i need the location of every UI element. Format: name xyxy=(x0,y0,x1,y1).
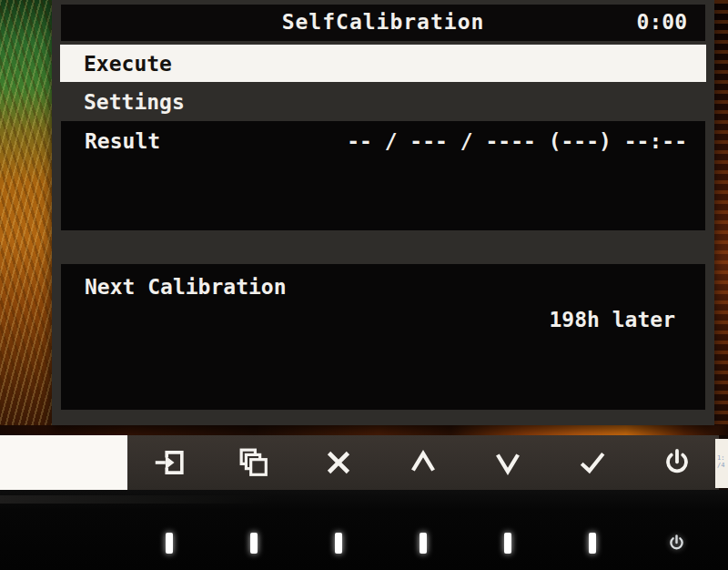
button-led-marker xyxy=(335,533,342,554)
guide-confirm-button[interactable] xyxy=(550,435,634,490)
guide-bar-blank-segment xyxy=(0,435,127,490)
guide-power-button[interactable] xyxy=(634,435,719,490)
page-title: SelfCalibration xyxy=(61,10,705,34)
touch-button-2[interactable] xyxy=(212,490,297,570)
result-label: Result xyxy=(85,129,160,153)
monitor-photo: SelfCalibration 0:00 Execute Settings Re… xyxy=(0,0,728,570)
down-icon xyxy=(492,447,523,478)
wallpaper-right xyxy=(714,0,728,435)
guide-down-button[interactable] xyxy=(465,435,550,490)
button-led-marker xyxy=(504,533,511,554)
osd-title-bar: SelfCalibration 0:00 xyxy=(61,5,705,41)
guide-enter-button[interactable] xyxy=(127,435,212,490)
next-calibration-label: Next Calibration xyxy=(61,264,705,299)
touch-button-row xyxy=(127,490,719,570)
touch-button-4[interactable] xyxy=(381,490,466,570)
touch-button-3[interactable] xyxy=(297,490,381,570)
menu-item-settings[interactable]: Settings xyxy=(60,85,706,119)
side-sticker: 1: /4 xyxy=(715,439,728,488)
touch-button-5[interactable] xyxy=(465,490,550,570)
menu-item-result[interactable]: Result -- / --- / ---- (---) --:-- xyxy=(61,121,705,153)
sticker-line: 1: xyxy=(717,454,728,462)
guide-close-button[interactable] xyxy=(297,435,381,490)
sticker-line: /4 xyxy=(717,462,728,469)
menu-item-settings-label: Settings xyxy=(84,90,185,114)
guide-mode-button[interactable] xyxy=(212,435,297,490)
guide-up-button[interactable] xyxy=(381,435,466,490)
close-icon xyxy=(323,447,354,478)
wallpaper-left xyxy=(0,0,53,435)
button-led-marker xyxy=(250,533,258,554)
button-led-marker xyxy=(420,533,427,554)
button-led-marker xyxy=(589,533,596,554)
result-box: Result -- / --- / ---- (---) --:-- xyxy=(61,121,705,230)
menu-item-execute[interactable]: Execute xyxy=(60,45,706,82)
monitor-bezel xyxy=(0,490,728,570)
button-guide-bar xyxy=(127,435,719,490)
button-led-marker xyxy=(166,533,173,554)
enter-icon xyxy=(153,446,186,479)
osd-timer: 0:00 xyxy=(637,10,687,34)
osd-panel: SelfCalibration 0:00 Execute Settings Re… xyxy=(52,0,714,425)
next-calibration-value: 198h later xyxy=(61,299,705,331)
menu-item-execute-label: Execute xyxy=(84,52,172,76)
wallpaper-strip xyxy=(0,425,728,435)
touch-button-6[interactable] xyxy=(550,490,634,570)
result-value: -- / --- / ---- (---) --:-- xyxy=(347,129,687,153)
power-icon xyxy=(667,534,686,553)
power-icon xyxy=(662,447,693,478)
up-icon xyxy=(408,447,439,478)
power-touch-button[interactable] xyxy=(634,490,719,570)
check-icon xyxy=(577,447,608,478)
touch-button-1[interactable] xyxy=(127,490,212,570)
next-calibration-box: Next Calibration 198h later xyxy=(61,264,705,410)
mode-icon xyxy=(238,446,270,479)
